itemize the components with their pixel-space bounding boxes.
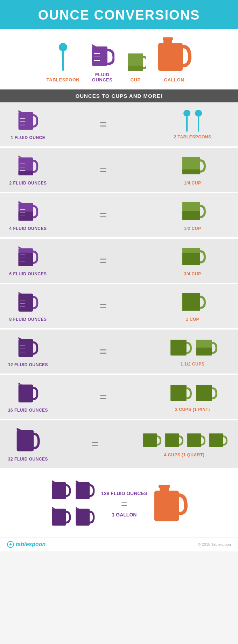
- equals-2oz: =: [49, 162, 158, 177]
- footer: tablespoon © 2018 Tablespoon: [0, 537, 238, 551]
- left-12oz: 12 Fluid Ounces: [7, 336, 49, 367]
- label-2cups-pint: 2 Cups (1 Pint): [175, 407, 210, 412]
- icon-gallon: Gallon: [156, 36, 191, 82]
- svg-rect-22: [18, 171, 33, 175]
- right-32oz: 4 Cups (1 Quart): [141, 431, 227, 457]
- svg-rect-65: [52, 482, 66, 499]
- svg-marker-3: [92, 44, 96, 46]
- left-16oz: 16 Fluid Ounces: [7, 381, 49, 413]
- svg-rect-10: [163, 37, 173, 40]
- conversion-row-12oz: 12 Fluid Ounces = 1 1/2 Cups: [0, 330, 238, 375]
- svg-point-16: [183, 110, 190, 117]
- left-1oz: 1 Fluid Ounce: [7, 109, 49, 140]
- svg-marker-68: [76, 480, 79, 482]
- svg-rect-29: [18, 212, 33, 221]
- subheader: Ounces to Cups and More!: [0, 89, 238, 102]
- tablespoon-label: Tablespoon: [47, 77, 79, 82]
- icon-cup: Cup: [125, 50, 146, 82]
- svg-rect-47: [182, 293, 200, 311]
- brand: tablespoon: [7, 541, 46, 548]
- svg-rect-55: [18, 384, 33, 402]
- copyright: © 2018 Tablespoon: [198, 542, 231, 547]
- jug-16oz-icon: [17, 381, 40, 406]
- cups-1-5: [168, 337, 217, 360]
- label-8oz: 8 Fluid Ounces: [9, 317, 47, 322]
- svg-rect-1: [62, 51, 64, 71]
- fluid-ounces-jug-icon: [90, 41, 114, 69]
- left-8oz: 8 Fluid Ounces: [7, 290, 49, 322]
- bottom-text: 128 Fluid Ounces = 1 Gallon: [101, 491, 147, 518]
- right-4oz: 1/2 Cup: [158, 200, 227, 231]
- conversion-row-6oz: 6 Fluid Ounces = 3/4 Cup: [0, 239, 238, 284]
- svg-marker-12: [18, 110, 22, 112]
- svg-marker-72: [76, 507, 79, 508]
- left-32oz: 32 Fluid Ounces: [7, 427, 49, 462]
- equals-16oz: =: [49, 390, 158, 404]
- svg-rect-59: [16, 430, 34, 451]
- svg-marker-42: [18, 292, 22, 294]
- svg-rect-64: [209, 433, 223, 447]
- svg-rect-2: [92, 46, 107, 66]
- cup-quarter-icon: [180, 154, 206, 179]
- svg-marker-35: [18, 246, 22, 248]
- icons-row: Tablespoon FLUIDOUNCES Cup: [0, 29, 238, 89]
- conversion-row-32oz: 32 Fluid Ounces =: [0, 420, 238, 469]
- jug-4oz-icon: [17, 200, 40, 224]
- svg-marker-21: [18, 155, 22, 158]
- cup-full-icon: [180, 290, 206, 315]
- left-4oz: 4 Fluid Ounces: [7, 200, 49, 231]
- icon-tablespoon: Tablespoon: [47, 43, 79, 82]
- jug-6oz-icon: [17, 245, 40, 269]
- svg-point-0: [59, 43, 67, 51]
- gallon-jug-icon: [156, 36, 191, 74]
- svg-rect-43: [18, 294, 33, 311]
- svg-rect-73: [154, 491, 179, 521]
- jug-1oz-icon: [17, 109, 40, 133]
- svg-point-18: [195, 110, 202, 117]
- brand-icon: [7, 541, 14, 548]
- svg-rect-7: [128, 66, 143, 71]
- cups-2: [168, 382, 217, 405]
- svg-rect-61: [143, 433, 157, 447]
- equals-12oz: =: [49, 344, 158, 359]
- right-1oz: 2 Tablespoons: [158, 110, 227, 139]
- conversion-row-8oz: 8 Fluid Ounces = 1 Cup: [0, 284, 238, 330]
- bottom-equals: =: [121, 498, 128, 511]
- spoon-icon: [56, 43, 70, 74]
- svg-rect-69: [52, 509, 66, 526]
- left-6oz: 6 Fluid Ounces: [7, 245, 49, 276]
- svg-point-77: [9, 543, 12, 545]
- svg-rect-71: [76, 509, 90, 526]
- conversion-row-2oz: 2 Fluid Ounces = 1/4 Cup: [0, 148, 238, 193]
- label-16oz: 16 Fluid Ounces: [8, 408, 48, 413]
- spoons-2: [182, 110, 203, 132]
- label-1oz: 1 Fluid Ounce: [11, 135, 46, 140]
- svg-rect-17: [186, 116, 188, 132]
- jug-8oz-icon: [17, 290, 40, 315]
- label-4oz: 4 Fluid Ounces: [9, 226, 47, 231]
- svg-rect-58: [196, 385, 212, 401]
- conversion-row-1oz: 1 Fluid Ounce = 2 Tablespoons: [0, 102, 238, 148]
- label-half-cup: 1/2 Cup: [184, 226, 201, 231]
- cup-half-icon: [180, 200, 206, 224]
- gallon-result-icon: [153, 483, 188, 525]
- label-4cups-quart: 4 Cups (1 Quart): [164, 453, 204, 457]
- svg-rect-63: [187, 433, 201, 447]
- bottom-section: 128 Fluid Ounces = 1 Gallon: [0, 469, 238, 537]
- svg-marker-66: [52, 480, 55, 482]
- cup-icon: [125, 50, 146, 74]
- right-12oz: 1 1/2 Cups: [158, 337, 227, 367]
- svg-marker-49: [18, 337, 22, 339]
- svg-rect-48: [18, 339, 33, 357]
- bottom-jugs: [50, 478, 96, 529]
- left-2oz: 2 Fluid Ounces: [7, 154, 49, 186]
- svg-marker-60: [16, 428, 21, 430]
- label-1-5cups: 1 1/2 Cups: [181, 362, 204, 367]
- jug-2oz-icon: [17, 154, 40, 179]
- equals-4oz: =: [49, 208, 158, 223]
- cup-three-quarter-icon: [180, 245, 206, 269]
- svg-rect-53: [170, 340, 186, 355]
- svg-rect-26: [182, 169, 200, 174]
- icon-fluid-ounces: FLUIDOUNCES: [90, 41, 114, 82]
- conversions-container: 1 Fluid Ounce = 2 Tablespoons: [0, 102, 238, 469]
